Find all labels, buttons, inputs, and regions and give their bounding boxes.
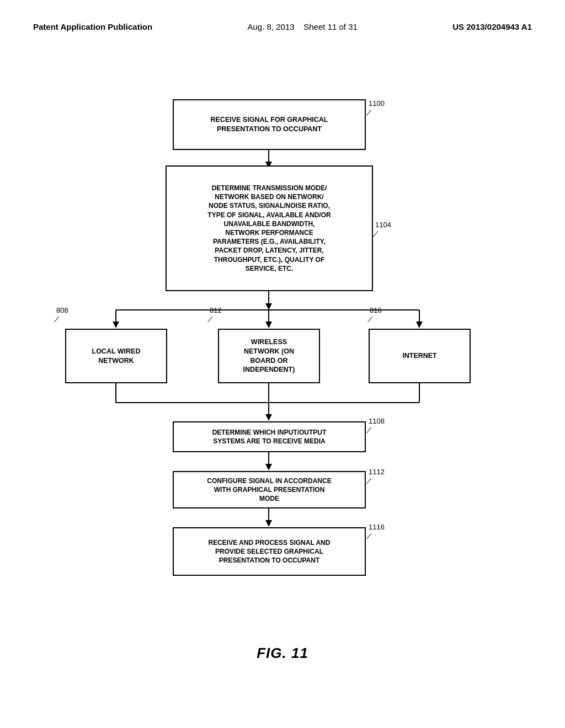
svg-marker-8 bbox=[265, 322, 272, 328]
svg-marker-10 bbox=[416, 322, 423, 328]
ref-1112: 1112 ∕ bbox=[369, 468, 385, 485]
svg-marker-20 bbox=[265, 520, 272, 527]
ref-816: 816 ∕ bbox=[370, 306, 382, 324]
ref-1116: 1116 ∕ bbox=[369, 523, 385, 540]
ref-1108: 1108 ∕ bbox=[369, 417, 385, 435]
sheet: Sheet 11 of 31 bbox=[303, 22, 358, 31]
date: Aug. 8, 2013 bbox=[248, 22, 295, 31]
date-sheet: Aug. 8, 2013 Sheet 11 of 31 bbox=[248, 22, 358, 31]
svg-marker-18 bbox=[265, 464, 272, 470]
box-812: WIRELESS NETWORK (ON BOARD OR INDEPENDEN… bbox=[218, 329, 320, 383]
box-1104: DETERMINE TRANSMISSION MODE/ NETWORK BAS… bbox=[166, 165, 373, 291]
page-header: Patent Application Publication Aug. 8, 2… bbox=[0, 0, 565, 31]
figure-label: FIG. 11 bbox=[257, 645, 308, 662]
ref-1104: 1104 ∕ bbox=[375, 221, 391, 238]
box-1116: RECEIVE AND PROCESS SIGNAL AND PROVIDE S… bbox=[173, 527, 366, 576]
svg-marker-3 bbox=[265, 303, 272, 310]
ref-812: 812 ∕ bbox=[210, 306, 222, 324]
diagram-area: RECEIVE SIGNAL FOR GRAPHICAL PRESENTATIO… bbox=[0, 77, 565, 684]
box-1108: DETERMINE WHICH INPUT/OUTPUT SYSTEMS ARE… bbox=[173, 421, 366, 452]
ref-808: 808 ∕ bbox=[56, 306, 68, 324]
patent-number: US 2013/0204943 A1 bbox=[452, 22, 532, 31]
ref-1100: 1100 ∕ bbox=[369, 99, 385, 117]
publication-label: Patent Application Publication bbox=[33, 22, 152, 31]
svg-marker-16 bbox=[265, 414, 272, 421]
box-816: INTERNET bbox=[369, 329, 471, 383]
box-808: LOCAL WIRED NETWORK bbox=[65, 329, 167, 383]
box-1112: CONFIGURE SIGNAL IN ACCORDANCE WITH GRAP… bbox=[173, 471, 366, 508]
svg-marker-6 bbox=[113, 322, 119, 328]
box-1100: RECEIVE SIGNAL FOR GRAPHICAL PRESENTATIO… bbox=[173, 99, 366, 150]
